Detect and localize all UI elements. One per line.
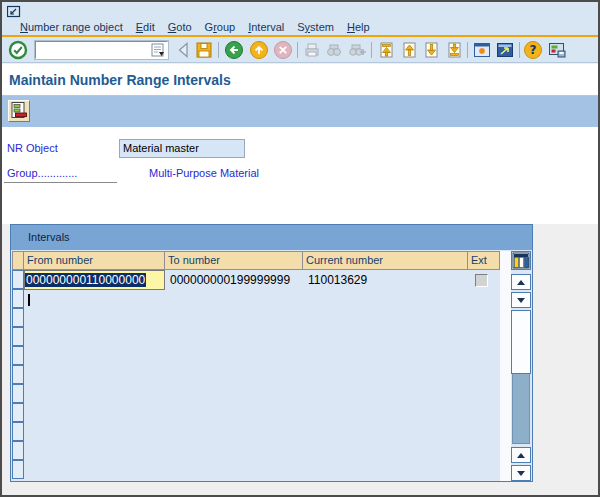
intervals-panel: Intervals From number To number Current …	[10, 224, 533, 482]
menu-number-range-object[interactable]: Number range object	[20, 21, 123, 33]
last-page-icon[interactable]	[444, 40, 464, 60]
row-selector[interactable]	[12, 403, 24, 422]
toolbar-separator	[371, 42, 372, 58]
ext-checkbox[interactable]	[475, 274, 488, 287]
exit-icon[interactable]	[249, 40, 269, 60]
row-selector[interactable]	[12, 365, 24, 384]
row-selector[interactable]	[12, 270, 24, 289]
title-bar: Maintain Number Range Intervals	[2, 64, 598, 96]
sap-window: Number range object Edit Goto Group Inte…	[0, 0, 600, 497]
current-number-cell[interactable]: 110013629	[303, 270, 468, 290]
application-toolbar	[2, 96, 598, 127]
toolbar-separator	[297, 42, 298, 58]
menu-bar: Number range object Edit Goto Group Inte…	[2, 2, 598, 35]
from-number-cell[interactable]: 000000000110000000	[24, 270, 165, 290]
enter-check-icon[interactable]	[8, 40, 28, 60]
menu-items: Number range object Edit Goto Group Inte…	[20, 19, 370, 35]
column-header-ext[interactable]: Ext	[468, 251, 500, 270]
row-selector[interactable]	[12, 441, 24, 460]
table-right-gutter	[500, 251, 511, 481]
scroll-up-button-bottom[interactable]	[511, 447, 531, 463]
selected-text: 000000000110000000	[25, 273, 146, 287]
print-icon[interactable]	[302, 40, 322, 60]
row-selector[interactable]	[12, 289, 24, 308]
to-number-cell[interactable]: 000000000199999999	[165, 270, 303, 290]
menu-group[interactable]: Group	[205, 21, 236, 33]
customize-layout-icon[interactable]	[547, 40, 567, 60]
command-dropdown-icon[interactable]	[150, 43, 166, 57]
group-value: Multi-Purpose Material	[149, 167, 259, 179]
text-cursor	[28, 294, 30, 306]
toolbar-separator	[467, 42, 468, 58]
menu-interval[interactable]: Interval	[248, 21, 284, 33]
row-selector[interactable]	[12, 308, 24, 327]
find-icon[interactable]	[324, 40, 344, 60]
row-selector[interactable]	[12, 327, 24, 346]
row-selector[interactable]	[12, 384, 24, 403]
intervals-caption: Intervals	[11, 225, 532, 250]
toolbar-separator	[218, 42, 219, 58]
nr-object-field[interactable]: Material master	[119, 139, 245, 158]
page-up-icon[interactable]	[399, 40, 419, 60]
scroll-down-button[interactable]	[511, 292, 531, 308]
display-intervals-button[interactable]	[8, 100, 30, 122]
cancel-icon[interactable]	[273, 40, 293, 60]
save-icon[interactable]	[194, 40, 214, 60]
column-header-current-number[interactable]: Current number	[303, 251, 468, 270]
scroll-up-button[interactable]	[511, 274, 531, 290]
group-underline	[4, 182, 117, 183]
command-field[interactable]	[35, 41, 168, 59]
find-next-icon[interactable]	[347, 40, 367, 60]
select-all-header[interactable]	[12, 251, 24, 270]
form-area: NR Object Group............. Multi-Purpo…	[2, 127, 598, 224]
scrollbar-thumb[interactable]	[511, 310, 531, 374]
system-menu-icon[interactable]	[7, 5, 21, 18]
help-icon[interactable]: ?	[523, 40, 543, 60]
new-session-icon[interactable]	[472, 40, 492, 60]
first-page-icon[interactable]	[376, 40, 396, 60]
nr-object-label: NR Object	[7, 142, 58, 154]
menu-system[interactable]: System	[297, 21, 334, 33]
standard-toolbar: ?	[2, 37, 598, 63]
svg-text:?: ?	[530, 43, 537, 57]
row-selector[interactable]	[12, 460, 24, 479]
scroll-down-button-bottom[interactable]	[511, 465, 531, 481]
row-selector[interactable]	[12, 422, 24, 441]
row-selector[interactable]	[12, 346, 24, 365]
column-header-from-number[interactable]: From number	[24, 251, 165, 270]
table-body	[24, 270, 500, 481]
table-settings-icon[interactable]	[511, 251, 531, 270]
toolbar-separator	[519, 42, 520, 58]
back-step-icon[interactable]	[174, 40, 194, 60]
command-input[interactable]	[37, 43, 149, 57]
menu-goto[interactable]: Goto	[168, 21, 192, 33]
group-label: Group.............	[7, 167, 77, 179]
back-icon[interactable]	[224, 40, 244, 60]
column-header-to-number[interactable]: To number	[165, 251, 303, 270]
create-shortcut-icon[interactable]	[495, 40, 515, 60]
page-down-icon[interactable]	[421, 40, 441, 60]
menu-help[interactable]: Help	[347, 21, 370, 33]
menu-edit[interactable]: Edit	[136, 21, 155, 33]
scrollbar-track[interactable]	[512, 374, 530, 444]
page-title: Maintain Number Range Intervals	[9, 72, 231, 88]
